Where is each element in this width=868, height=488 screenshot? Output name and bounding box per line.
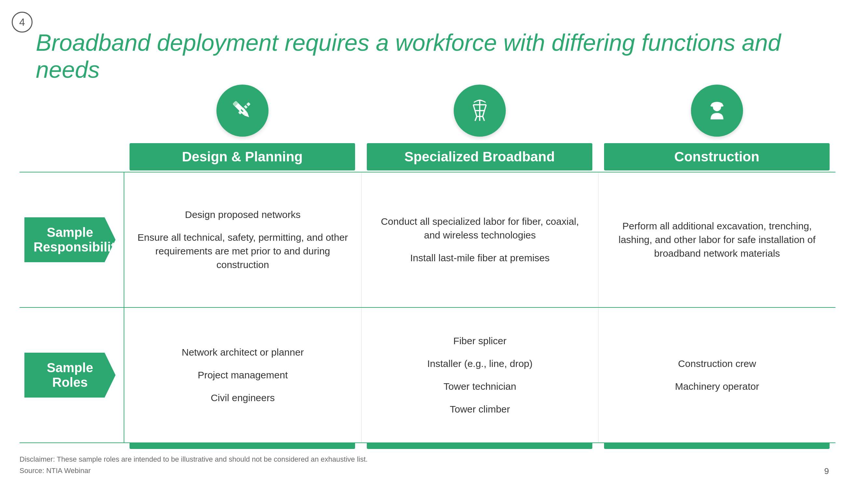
design-title-bar: Design & Planning <box>129 143 355 170</box>
bottom-bar-broadband <box>367 443 592 449</box>
tower-icon <box>465 96 494 125</box>
svg-line-14 <box>483 117 484 121</box>
roles-row: Sample Roles Network architect or planne… <box>20 307 835 443</box>
page-number-text: 4 <box>19 16 25 28</box>
design-icon <box>228 96 257 125</box>
roles-construction-cell: Construction crew Machinery operator <box>598 308 835 443</box>
construction-icon-circle <box>691 85 743 137</box>
col-header-construction: Construction <box>604 85 830 170</box>
roles-design-item-2: Project management <box>197 368 288 382</box>
roles-design-item-1: Network architect or planner <box>182 346 304 359</box>
roles-broadband-cell: Fiber splicer Installer (e.g., line, dro… <box>361 308 598 443</box>
design-icon-circle <box>216 85 269 137</box>
page-number: 4 <box>12 12 33 33</box>
design-title-text: Design & Planning <box>182 149 303 164</box>
content-area: Design & Planning <box>20 85 835 449</box>
roles-design-item-3: Civil engineers <box>211 391 275 405</box>
responsibilities-cells: Design proposed networks Ensure all tech… <box>124 172 835 307</box>
col-header-design: Design & Planning <box>129 85 355 170</box>
broadband-title-text: Specialized Broadband <box>404 149 555 164</box>
footer-source: Source: NTIA Webinar <box>20 465 368 476</box>
columns-header: Design & Planning <box>124 85 835 170</box>
svg-line-13 <box>475 117 476 121</box>
col-header-broadband: Specialized Broadband <box>367 85 592 170</box>
roles-broadband-item-1: Fiber splicer <box>453 334 506 348</box>
roles-label-text: Sample Roles <box>47 360 93 389</box>
responsibilities-broadband-cell: Conduct all specialized labor for fiber,… <box>361 172 598 307</box>
footer-area: Disclaimer: These sample roles are inten… <box>20 454 368 476</box>
responsibilities-label-area: Sample Responsibilities <box>20 172 124 307</box>
svg-rect-17 <box>711 105 723 106</box>
roles-cells: Network architect or planner Project man… <box>124 308 835 443</box>
bottom-bar-construction <box>604 443 830 449</box>
roles-design-cell: Network architect or planner Project man… <box>124 308 361 443</box>
worker-icon <box>702 96 732 125</box>
responsibilities-label: Sample Responsibilities <box>24 217 116 262</box>
page-title: Broadband deployment requires a workforc… <box>36 29 832 83</box>
roles-label-area: Sample Roles <box>20 308 124 443</box>
responsibilities-construction-cell: Perform all additional excavation, trenc… <box>598 172 835 307</box>
responsibilities-row: Sample Responsibilities Design proposed … <box>20 172 835 307</box>
roles-broadband-item-4: Tower climber <box>450 402 510 416</box>
roles-construction-item-1: Construction crew <box>678 357 756 370</box>
table-body: Sample Responsibilities Design proposed … <box>20 172 835 443</box>
roles-broadband-item-3: Tower technician <box>443 380 516 393</box>
construction-title-bar: Construction <box>604 143 830 170</box>
roles-broadband-item-2: Installer (e.g., line, drop) <box>427 357 532 370</box>
bottom-bar-design <box>129 443 355 449</box>
resp-broadband-item-2: Install last-mile fiber at premises <box>410 251 549 265</box>
footer-page-number: 9 <box>825 466 829 476</box>
roles-construction-item-2: Machinery operator <box>675 380 759 393</box>
roles-label: Sample Roles <box>24 353 116 397</box>
broadband-icon-circle <box>454 85 506 137</box>
resp-design-item-2: Ensure all technical, safety, permitting… <box>137 231 348 272</box>
resp-broadband-item-1: Conduct all specialized labor for fiber,… <box>375 215 586 242</box>
responsibilities-design-cell: Design proposed networks Ensure all tech… <box>124 172 361 307</box>
broadband-title-bar: Specialized Broadband <box>367 143 592 170</box>
responsibilities-label-text: Sample Responsibilities <box>33 225 133 254</box>
resp-design-item-1: Design proposed networks <box>185 208 301 222</box>
construction-title-text: Construction <box>674 149 759 164</box>
bottom-bars <box>124 443 835 449</box>
footer-disclaimer: Disclaimer: These sample roles are inten… <box>20 454 368 465</box>
resp-construction-item-1: Perform all additional excavation, trenc… <box>612 219 823 260</box>
